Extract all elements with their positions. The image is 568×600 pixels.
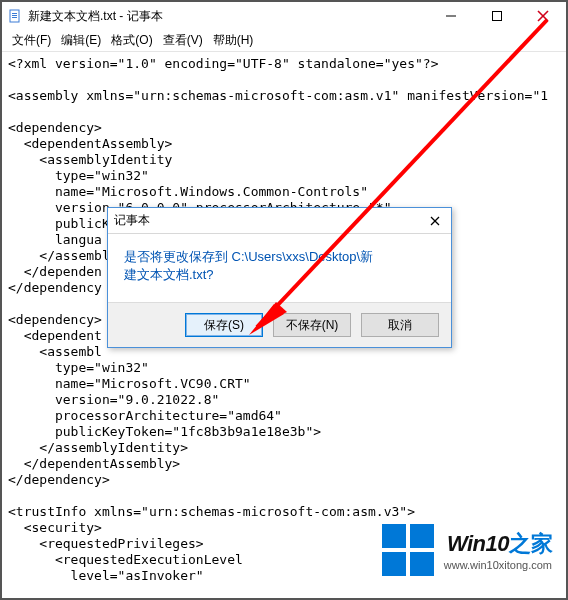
menu-view[interactable]: 查看(V): [159, 30, 207, 51]
svg-rect-2: [12, 15, 17, 16]
dialog-message: 是否将更改保存到 C:\Users\xxs\Desktop\新 建文本文档.tx…: [108, 234, 451, 302]
save-button[interactable]: 保存(S): [185, 313, 263, 337]
watermark-text: Win10之家 www.win10xitong.com: [444, 529, 552, 571]
menu-file[interactable]: 文件(F): [8, 30, 55, 51]
minimize-button[interactable]: [428, 2, 474, 30]
menu-format[interactable]: 格式(O): [107, 30, 156, 51]
window-title: 新建文本文档.txt - 记事本: [28, 8, 163, 25]
file-icon: [8, 9, 22, 23]
save-dialog: 记事本 是否将更改保存到 C:\Users\xxs\Desktop\新 建文本文…: [107, 207, 452, 348]
close-button[interactable]: [520, 2, 566, 30]
windows-logo-icon: [382, 524, 434, 576]
svg-rect-1: [12, 13, 17, 14]
watermark: Win10之家 www.win10xitong.com: [382, 524, 552, 576]
dialog-close-button[interactable]: [425, 211, 445, 231]
cancel-button[interactable]: 取消: [361, 313, 439, 337]
svg-rect-5: [493, 12, 502, 21]
dialog-title-text: 记事本: [114, 212, 150, 229]
maximize-button[interactable]: [474, 2, 520, 30]
dialog-titlebar: 记事本: [108, 208, 451, 234]
menubar: 文件(F) 编辑(E) 格式(O) 查看(V) 帮助(H): [2, 30, 566, 52]
menu-help[interactable]: 帮助(H): [209, 30, 258, 51]
menu-edit[interactable]: 编辑(E): [57, 30, 105, 51]
dialog-buttons: 保存(S) 不保存(N) 取消: [108, 302, 451, 347]
dont-save-button[interactable]: 不保存(N): [273, 313, 351, 337]
notepad-window: { "window": { "title": "新建文本文档.txt - 记事本…: [0, 0, 568, 600]
window-buttons: [428, 2, 566, 30]
svg-rect-3: [12, 17, 17, 18]
titlebar: 新建文本文档.txt - 记事本: [2, 2, 566, 30]
